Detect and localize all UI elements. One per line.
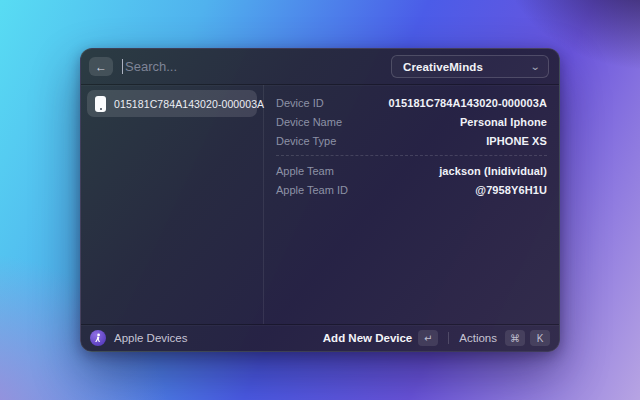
- detail-label: Apple Team: [276, 165, 334, 177]
- actions-menu-button[interactable]: Actions ⌘ K: [459, 330, 550, 346]
- detail-label: Device Type: [276, 135, 336, 147]
- detail-value: jackson (Inidividual): [439, 165, 547, 177]
- detail-row-apple-team-id: Apple Team ID @7958Y6H1U: [276, 180, 547, 199]
- detail-row-device-name: Device Name Personal Iphone: [276, 112, 547, 131]
- launcher-window: ← CreativeMinds ⌄ 015181C784A143020-0000…: [80, 48, 560, 352]
- desktop-background: ← CreativeMinds ⌄ 015181C784A143020-0000…: [0, 0, 640, 400]
- team-dropdown-value: CreativeMinds: [403, 61, 483, 73]
- detail-row-device-type: Device Type IPHONE XS: [276, 131, 547, 150]
- actions-label: Actions: [459, 332, 497, 344]
- return-key-icon: ↵: [418, 330, 438, 346]
- chevron-down-icon: ⌄: [529, 61, 540, 72]
- person-glyph: [93, 333, 103, 343]
- detail-label: Apple Team ID: [276, 184, 348, 196]
- content-area: 015181C784A143020-000003A Device ID 0151…: [81, 85, 559, 324]
- iphone-icon: [95, 96, 106, 112]
- add-new-device-label: Add New Device: [323, 332, 412, 344]
- back-arrow-icon: ←: [95, 60, 107, 74]
- add-new-device-button[interactable]: Add New Device ↵: [323, 330, 438, 346]
- detail-row-device-id: Device ID 015181C784A143020-000003A: [276, 93, 547, 112]
- device-list-item[interactable]: 015181C784A143020-000003A: [87, 90, 257, 117]
- detail-value: 015181C784A143020-000003A: [389, 97, 547, 109]
- detail-value: @7958Y6H1U: [475, 184, 547, 196]
- footer-actions: Add New Device ↵ Actions ⌘ K: [323, 330, 550, 346]
- team-dropdown[interactable]: CreativeMinds ⌄: [391, 55, 549, 78]
- detail-label: Device Name: [276, 116, 342, 128]
- detail-value: IPHONE XS: [486, 135, 547, 147]
- detail-row-apple-team: Apple Team jackson (Inidividual): [276, 161, 547, 180]
- k-key-icon: K: [530, 330, 550, 346]
- device-list-item-label: 015181C784A143020-000003A: [114, 98, 264, 110]
- footer-divider: [448, 332, 449, 344]
- command-key-icon: ⌘: [505, 330, 525, 346]
- search-bar: ← CreativeMinds ⌄: [81, 49, 559, 85]
- back-button[interactable]: ←: [89, 57, 113, 76]
- detail-section-separator: [276, 155, 547, 156]
- detail-value: Personal Iphone: [460, 116, 547, 128]
- action-bar: Apple Devices Add New Device ↵ Actions ⌘…: [81, 324, 559, 351]
- device-list: 015181C784A143020-000003A: [81, 85, 263, 324]
- device-detail-panel: Device ID 015181C784A143020-000003A Devi…: [264, 85, 559, 324]
- apple-devices-icon: [90, 330, 106, 346]
- app-name: Apple Devices: [114, 332, 188, 344]
- detail-label: Device ID: [276, 97, 324, 109]
- search-input[interactable]: [123, 59, 391, 74]
